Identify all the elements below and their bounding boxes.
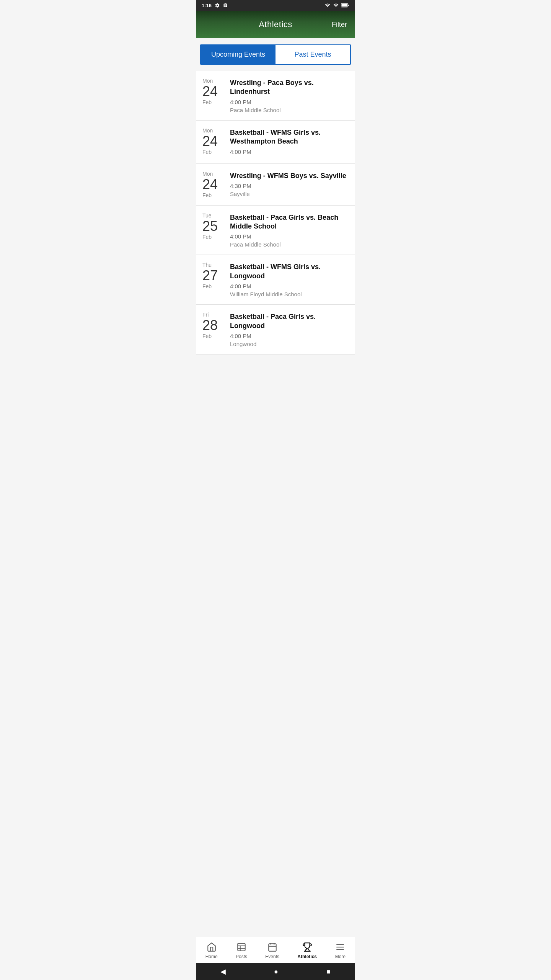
event-location: Sayville (230, 191, 349, 197)
event-date: Fri 28 Feb (202, 312, 230, 339)
event-date: Mon 24 Feb (202, 127, 230, 155)
event-details: Wrestling - Paca Boys vs. Lindenhurst 4:… (230, 78, 349, 113)
event-time: 4:00 PM (230, 283, 349, 289)
filter-button[interactable]: Filter (332, 21, 347, 29)
event-date: Mon 24 Feb (202, 171, 230, 198)
event-date: Thu 27 Feb (202, 262, 230, 289)
event-month: Feb (202, 283, 225, 289)
status-left: 1:16 (202, 3, 228, 8)
signal-icon (333, 3, 339, 8)
event-title: Basketball - WFMS Girls vs. Westhampton … (230, 128, 349, 146)
event-item[interactable]: Mon 24 Feb Wrestling - WFMS Boys vs. Say… (196, 164, 355, 206)
svg-rect-2 (348, 5, 349, 6)
event-details: Basketball - WFMS Girls vs. Longwood 4:0… (230, 262, 349, 297)
content-area: Upcoming Events Past Events Mon 24 Feb W… (196, 44, 355, 400)
event-location: William Floyd Middle School (230, 291, 349, 297)
event-details: Basketball - Paca Girls vs. Longwood 4:0… (230, 312, 349, 347)
battery-icon (341, 3, 349, 8)
event-time: 4:00 PM (230, 149, 349, 155)
event-day-num: 24 (202, 85, 225, 98)
event-details: Basketball - Paca Girls vs. Beach Middle… (230, 212, 349, 248)
tab-upcoming[interactable]: Upcoming Events (201, 45, 276, 64)
event-item[interactable]: Mon 24 Feb Basketball - WFMS Girls vs. W… (196, 121, 355, 164)
tabs-container: Upcoming Events Past Events (200, 44, 351, 65)
event-details: Basketball - WFMS Girls vs. Westhampton … (230, 127, 349, 157)
event-location: Paca Middle School (230, 107, 349, 113)
wifi-icon (324, 3, 331, 8)
event-details: Wrestling - WFMS Boys vs. Sayville 4:30 … (230, 171, 349, 197)
event-time: 4:30 PM (230, 183, 349, 189)
event-day-name: Thu (202, 262, 225, 268)
tab-past[interactable]: Past Events (276, 45, 350, 64)
event-title: Wrestling - Paca Boys vs. Lindenhurst (230, 78, 349, 96)
event-time: 4:00 PM (230, 99, 349, 105)
event-item[interactable]: Mon 24 Feb Wrestling - Paca Boys vs. Lin… (196, 71, 355, 121)
event-day-num: 28 (202, 318, 225, 332)
event-time: 4:00 PM (230, 233, 349, 240)
event-month: Feb (202, 333, 225, 339)
event-location: Paca Middle School (230, 241, 349, 248)
event-item[interactable]: Tue 25 Feb Basketball - Paca Girls vs. B… (196, 206, 355, 255)
event-month: Feb (202, 99, 225, 105)
page-header: Athletics Filter (196, 11, 355, 38)
event-day-num: 24 (202, 178, 225, 191)
status-right (324, 3, 349, 8)
event-location: Longwood (230, 341, 349, 347)
event-date: Mon 24 Feb (202, 78, 230, 105)
status-time: 1:16 (202, 3, 212, 8)
event-item[interactable]: Fri 28 Feb Basketball - Paca Girls vs. L… (196, 305, 355, 354)
event-title: Basketball - WFMS Girls vs. Longwood (230, 263, 349, 281)
event-month: Feb (202, 192, 225, 198)
event-day-name: Mon (202, 171, 225, 177)
clipboard-icon (223, 3, 228, 8)
event-month: Feb (202, 149, 225, 155)
event-title: Wrestling - WFMS Boys vs. Sayville (230, 172, 349, 180)
event-day-name: Mon (202, 127, 225, 134)
events-list: Mon 24 Feb Wrestling - Paca Boys vs. Lin… (196, 71, 355, 354)
event-date: Tue 25 Feb (202, 212, 230, 240)
settings-icon (215, 3, 220, 8)
event-day-num: 27 (202, 269, 225, 283)
event-title: Basketball - Paca Girls vs. Beach Middle… (230, 213, 349, 231)
event-day-name: Tue (202, 212, 225, 219)
event-day-name: Mon (202, 78, 225, 84)
event-day-num: 25 (202, 219, 225, 233)
page-title: Athletics (259, 20, 292, 29)
svg-rect-1 (341, 4, 347, 7)
event-title: Basketball - Paca Girls vs. Longwood (230, 312, 349, 330)
event-time: 4:00 PM (230, 333, 349, 339)
status-bar: 1:16 (196, 0, 355, 11)
event-month: Feb (202, 234, 225, 240)
event-item[interactable]: Thu 27 Feb Basketball - WFMS Girls vs. L… (196, 255, 355, 305)
event-day-name: Fri (202, 312, 225, 318)
event-day-num: 24 (202, 134, 225, 148)
